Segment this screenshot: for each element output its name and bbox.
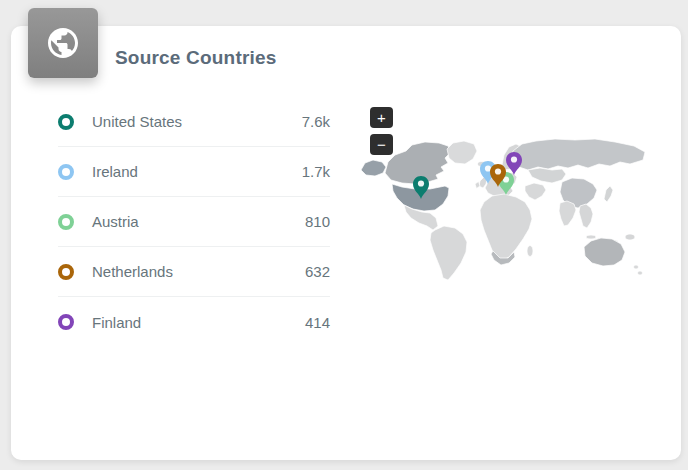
table-row: Netherlands 632 xyxy=(58,247,330,297)
country-name: Finland xyxy=(92,314,141,331)
map-country-ireland xyxy=(475,182,480,189)
map-country-india xyxy=(559,201,576,226)
map-continent-south-america xyxy=(430,226,467,280)
map-islands-indonesia xyxy=(586,235,596,239)
map-country-australia xyxy=(584,238,625,266)
globe-icon xyxy=(45,25,81,61)
map-island-new-guinea xyxy=(625,234,635,240)
table-row: United States 7.6k xyxy=(58,97,330,147)
map-country-russia xyxy=(510,139,645,170)
map-region-central-asia xyxy=(528,168,566,183)
table-row: Austria 810 xyxy=(58,197,330,247)
map-island-new-zealand xyxy=(634,265,639,269)
country-name: Netherlands xyxy=(92,263,173,280)
country-value: 810 xyxy=(305,213,330,230)
page-title: Source Countries xyxy=(115,47,277,69)
source-countries-card: Source Countries United States 7.6k Irel… xyxy=(11,26,681,460)
country-value: 632 xyxy=(305,263,330,280)
country-value: 7.6k xyxy=(302,113,330,130)
map-country-alaska xyxy=(361,160,386,176)
country-name: Ireland xyxy=(92,163,138,180)
country-marker-dot xyxy=(58,214,74,230)
pin-hole xyxy=(418,180,424,186)
map-zoom-in-button[interactable]: + xyxy=(370,107,393,128)
country-name: United States xyxy=(92,113,182,130)
map-country-madagascar xyxy=(527,246,533,257)
country-marker-dot xyxy=(58,314,74,330)
map-continents xyxy=(361,139,645,280)
country-value: 414 xyxy=(305,314,330,331)
card-header-icon-tile xyxy=(28,8,98,78)
country-marker-dot xyxy=(58,164,74,180)
pin-hole xyxy=(511,156,517,162)
pin-hole xyxy=(495,168,501,174)
map-continent-africa xyxy=(480,194,532,261)
map-region-middle-east xyxy=(525,183,546,200)
table-row: Finland 414 xyxy=(58,297,330,347)
country-value: 1.7k xyxy=(302,163,330,180)
map-country-japan xyxy=(604,186,613,202)
table-row: Ireland 1.7k xyxy=(58,147,330,197)
map-pin-finland[interactable] xyxy=(506,152,522,175)
country-marker-dot xyxy=(58,264,74,280)
world-map: + − xyxy=(360,126,670,296)
map-island-new-zealand xyxy=(638,271,643,275)
map-region-southeast-asia xyxy=(579,204,593,228)
world-map-svg xyxy=(360,138,650,283)
country-marker-dot xyxy=(58,114,74,130)
country-name: Austria xyxy=(92,213,139,230)
country-list: United States 7.6k Ireland 1.7k Austria … xyxy=(58,97,330,347)
map-country-greenland xyxy=(447,141,477,164)
